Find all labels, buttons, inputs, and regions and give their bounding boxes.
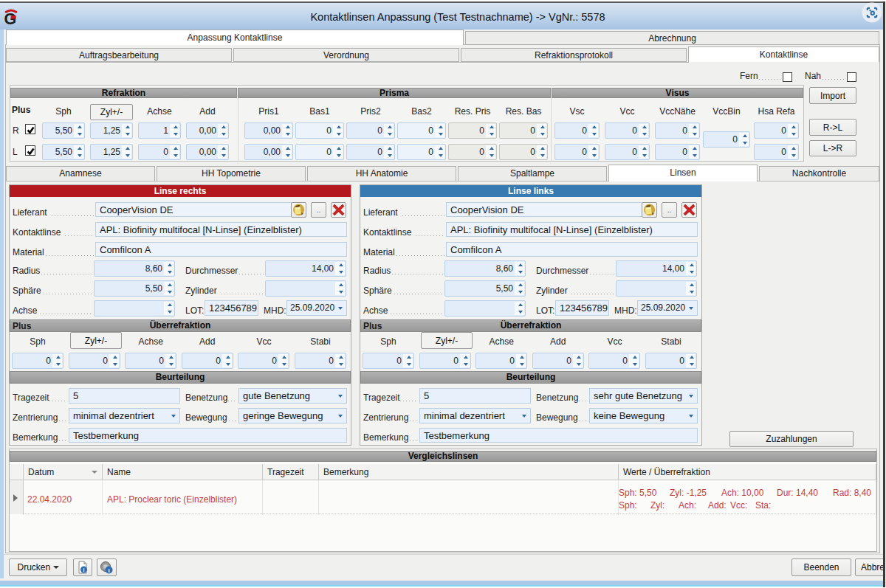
svg-text:i: i	[108, 567, 109, 573]
svg-text:i: i	[83, 567, 85, 573]
